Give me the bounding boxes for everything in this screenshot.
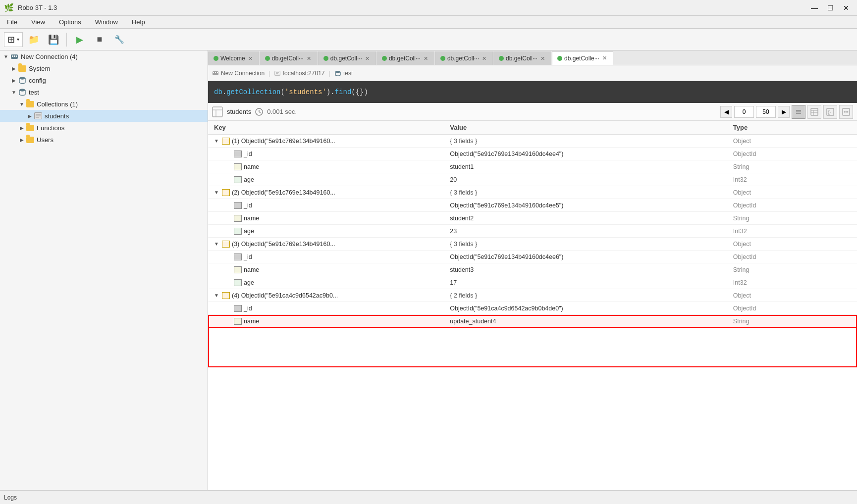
query-editor[interactable]: db.getCollection('students').find({}) — [208, 81, 857, 103]
obj-icon — [222, 241, 230, 248]
row-type: Int32 — [733, 228, 851, 235]
view-more-button[interactable] — [839, 105, 853, 119]
row-value: { 3 fields } — [450, 189, 733, 196]
sidebar-item-functions[interactable]: ▶ Functions — [0, 122, 208, 134]
row-key: _id — [244, 202, 252, 209]
key-cell: name — [214, 266, 450, 273]
users-expand-arrow: ▶ — [18, 137, 26, 143]
main-layout: ▼ New Connection (4) ▶ System ▶ config ▼ — [0, 50, 857, 490]
results-page-start[interactable] — [734, 106, 754, 118]
view-tree-button[interactable] — [792, 105, 805, 119]
table-row[interactable]: ▼ (1) ObjectId("5e91c769e134b49160... { … — [208, 135, 857, 148]
results-prev-button[interactable]: ◀ — [720, 106, 732, 118]
toolbar-tools-button[interactable]: 🔧 — [110, 31, 128, 49]
tab-4-label: db.getColl··· — [447, 55, 479, 62]
results-next-button[interactable]: ▶ — [778, 106, 790, 118]
menu-view[interactable]: View — [28, 17, 48, 27]
table-row[interactable]: ▼ (2) ObjectId("5e91c769e134b49160... { … — [208, 186, 857, 199]
row-type: Int32 — [733, 176, 851, 183]
row-key: _id — [244, 151, 252, 157]
menu-options[interactable]: Options — [56, 17, 84, 27]
sidebar-connection-root[interactable]: ▼ New Connection (4) — [0, 50, 208, 62]
key-cell: name — [214, 163, 450, 170]
table-row[interactable]: ▼ (3) ObjectId("5e91c769e134b49160... { … — [208, 238, 857, 251]
col-value: Value — [450, 124, 733, 131]
table-row[interactable]: age 17 Int32 — [208, 276, 857, 289]
toolbar-save-button[interactable]: 💾 — [45, 31, 62, 49]
table-row[interactable]: _id ObjectId("5e91c769e134b49160dc4ee6")… — [208, 251, 857, 263]
table-row-highlighted[interactable]: name update_student4 String — [208, 315, 857, 328]
sidebar-item-test[interactable]: ▼ test — [0, 86, 208, 98]
tab-4[interactable]: db.getColl··· ✕ — [435, 51, 493, 65]
row-expand-arrow[interactable]: ▼ — [214, 138, 220, 144]
view-table-button[interactable] — [807, 105, 821, 119]
sidebar-item-students[interactable]: ▶ students — [0, 110, 208, 122]
table-row[interactable]: _id ObjectId("5e91c769e134b49160dc4ee4")… — [208, 148, 857, 160]
tab-1-close[interactable]: ✕ — [306, 55, 312, 62]
host-badge-icon — [274, 70, 281, 77]
sidebar-item-system[interactable]: ▶ System — [0, 62, 208, 74]
key-cell: age — [214, 228, 450, 235]
functions-expand-arrow: ▶ — [18, 125, 26, 131]
toolbar-stop-button[interactable]: ■ — [91, 31, 108, 49]
table-row[interactable]: _id ObjectId("5e91c769e134b49160dc4ee5")… — [208, 199, 857, 212]
tab-5-close[interactable]: ✕ — [539, 55, 546, 62]
results-nav: ◀ ▶ {} — [720, 105, 853, 119]
functions-folder-icon — [26, 123, 35, 132]
menu-window[interactable]: Window — [92, 17, 121, 27]
num-icon — [234, 176, 242, 183]
svg-point-41 — [846, 111, 847, 112]
row-expand-arrow[interactable]: ▼ — [214, 190, 220, 195]
logs-label[interactable]: Logs — [4, 494, 17, 501]
table-row[interactable]: ▼ (4) ObjectId("5e91ca4c9d6542ac9b0... {… — [208, 289, 857, 302]
table-row[interactable]: age 23 Int32 — [208, 225, 857, 238]
table-row[interactable]: age 20 Int32 — [208, 173, 857, 186]
row-expand-arrow[interactable]: ▼ — [214, 241, 220, 247]
menu-help[interactable]: Help — [129, 17, 148, 27]
db-badge-label: test — [343, 70, 353, 77]
sidebar-item-collections[interactable]: ▼ Collections (1) — [0, 98, 208, 110]
svg-text:{}: {} — [828, 110, 831, 115]
sidebar-item-users[interactable]: ▶ Users — [0, 134, 208, 146]
row-key: _id — [244, 253, 252, 260]
svg-point-42 — [847, 111, 849, 112]
config-db-icon — [18, 76, 27, 85]
system-label: System — [29, 65, 50, 72]
toolbar-run-button[interactable]: ▶ — [71, 31, 89, 49]
results-page-size[interactable] — [756, 106, 776, 118]
close-button[interactable]: ✕ — [839, 1, 853, 15]
table-row[interactable]: _id ObjectId("5e91ca4c9d6542ac9b0b4de0")… — [208, 302, 857, 315]
row-key: name — [244, 318, 259, 325]
toolbar-connect-dropdown[interactable]: ⊞ ▾ — [4, 32, 23, 47]
row-expand-arrow[interactable]: ▼ — [214, 293, 220, 298]
tab-welcome-close[interactable]: ✕ — [247, 55, 254, 62]
sidebar-item-config[interactable]: ▶ config — [0, 74, 208, 86]
tab-welcome[interactable]: Welcome ✕ — [208, 51, 259, 65]
tab-6-close[interactable]: ✕ — [601, 55, 608, 61]
table-row[interactable]: name student2 String — [208, 212, 857, 225]
results-header: Key Value Type — [208, 121, 857, 135]
tab-1[interactable]: db.getColl··· ✕ — [260, 51, 318, 65]
tab-2[interactable]: db.getColl··· ✕ — [318, 51, 376, 65]
minimize-button[interactable]: — — [807, 1, 821, 15]
tab-4-close[interactable]: ✕ — [481, 55, 487, 62]
tab-3-close[interactable]: ✕ — [423, 55, 429, 62]
view-json-button[interactable]: {} — [823, 105, 837, 119]
id-icon — [234, 151, 242, 157]
str-icon — [234, 318, 242, 325]
tab-6-active[interactable]: db.getColle··· ✕ — [552, 51, 613, 65]
num-icon — [234, 279, 242, 286]
key-cell: age — [214, 279, 450, 286]
tab-3[interactable]: db.getColl··· ✕ — [376, 51, 434, 65]
table-row[interactable]: name student3 String — [208, 263, 857, 276]
key-cell: _id — [214, 305, 450, 312]
bottom-bar: Logs — [0, 490, 857, 504]
table-row[interactable]: name student1 String — [208, 160, 857, 173]
menu-file[interactable]: File — [4, 17, 20, 27]
maximize-button[interactable]: ☐ — [823, 1, 837, 15]
tab-5[interactable]: db.getColl··· ✕ — [493, 51, 551, 65]
toolbar-open-button[interactable]: 📁 — [25, 31, 43, 49]
col-key: Key — [214, 124, 450, 131]
tab-2-icon — [323, 56, 328, 61]
tab-2-close[interactable]: ✕ — [364, 55, 371, 62]
